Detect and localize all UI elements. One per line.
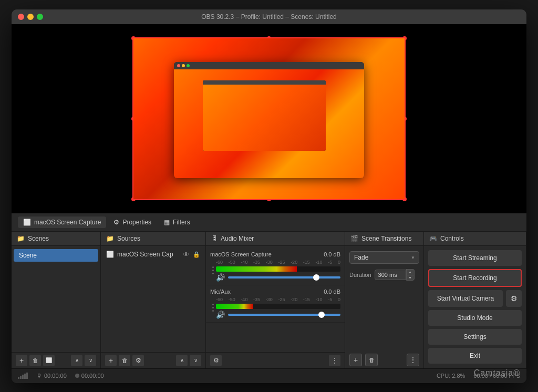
mixer-icon: 🎛: [211, 235, 218, 242]
channel1-meter-scale: -60-50-40-35-30-25-20-15-10-50: [216, 260, 340, 265]
mixer-dots-button[interactable]: ⋮: [329, 355, 340, 366]
sources-gear-button[interactable]: ⚙: [132, 355, 144, 366]
sources-down-button[interactable]: ∨: [190, 355, 201, 366]
filter-icon: ▦: [164, 219, 170, 226]
mixer-header: 🎛 Audio Mixer: [206, 232, 345, 246]
sources-up-button[interactable]: ∧: [176, 355, 188, 366]
scenes-up-button[interactable]: ∧: [71, 355, 82, 366]
scenes-add-button[interactable]: +: [16, 355, 27, 366]
signal-bar-5: [26, 373, 28, 379]
mixer-channel-screen-header: macOS Screen Capture 0.0 dB: [210, 251, 340, 257]
controls-header: 🎮 Controls: [424, 232, 526, 246]
transition-remove-button[interactable]: 🗑: [365, 354, 378, 366]
tab-filters[interactable]: ▦ Filters: [159, 216, 195, 228]
preview-inner-window: [174, 62, 364, 178]
tab-properties[interactable]: ⚙ Properties: [108, 216, 157, 228]
mixer-channel-mic-header: Mic/Aux 0.0 dB: [210, 288, 340, 295]
duration-spin-buttons: ▲ ▼: [406, 269, 415, 281]
source-visibility-icon[interactable]: 👁: [183, 251, 190, 259]
scenes-remove-button[interactable]: 🗑: [29, 355, 41, 366]
start-streaming-button[interactable]: Start Streaming: [428, 250, 522, 266]
duration-decrement[interactable]: ▼: [406, 275, 415, 281]
tab-properties-label: Properties: [122, 219, 151, 226]
channel2-drag-handle[interactable]: [210, 297, 216, 319]
monitor-icon: ⬜: [23, 219, 31, 226]
sources-footer: + 🗑 ⚙ ∧ ∨: [101, 352, 205, 368]
source-lock-icon[interactable]: 🔒: [193, 251, 200, 258]
transition-menu-button[interactable]: ⋮: [407, 354, 419, 366]
duration-increment[interactable]: ▲: [406, 269, 415, 275]
preview-background: [133, 38, 405, 199]
duration-input[interactable]: [375, 270, 406, 280]
transition-add-button[interactable]: +: [349, 354, 362, 366]
minimize-button[interactable]: [27, 14, 34, 20]
camtasia-badge: Camtasia®: [474, 368, 520, 378]
controls-title: Controls: [440, 235, 464, 242]
channel1-volume-slider[interactable]: [228, 276, 340, 278]
scenes-filter-button[interactable]: ⬜: [43, 355, 55, 366]
tab-filters-label: Filters: [173, 219, 190, 226]
transitions-title: Scene Transitions: [361, 235, 411, 242]
source-tabs: ⬜ macOS Screen Capture ⚙ Properties ▦ Fi…: [12, 213, 526, 232]
sources-content: ⬜ macOS Screen Cap 👁 🔒: [101, 246, 205, 352]
tab-screen-capture[interactable]: ⬜ macOS Screen Capture: [18, 216, 106, 228]
maximize-button[interactable]: [37, 14, 43, 20]
cpu-label: CPU: 2.8%: [437, 373, 465, 379]
traffic-lights: [18, 14, 43, 20]
transitions-header: 🎬 Scene Transitions: [345, 232, 423, 246]
scenes-down-button[interactable]: ∨: [85, 355, 96, 366]
preview-inner-titlebar: [174, 62, 364, 69]
controls-content: Start Streaming Start Recording Start Vi…: [424, 246, 526, 368]
controls-icon: 🎮: [429, 235, 437, 242]
signal-bar-4: [24, 374, 26, 379]
transitions-icon: 🎬: [350, 235, 358, 242]
sources-add-button[interactable]: +: [105, 355, 117, 366]
tab-screen-capture-label: macOS Screen Capture: [34, 219, 101, 226]
channel1-meter-row: -60-50-40-35-30-25-20-15-10-50 🔊: [210, 260, 340, 282]
mixer-content: macOS Screen Capture 0.0 dB -: [206, 246, 345, 352]
scene-item-label: Scene: [19, 252, 37, 259]
preview-canvas[interactable]: [132, 37, 406, 200]
scene-item-default[interactable]: Scene: [14, 249, 98, 262]
virtual-camera-settings-button[interactable]: ⚙: [506, 290, 522, 307]
channel1-volume-row: 🔊: [216, 273, 340, 282]
exit-button[interactable]: Exit: [428, 348, 522, 364]
mixer-footer: ⚙ ⋮: [206, 352, 345, 368]
close-button[interactable]: [18, 14, 24, 20]
scenes-content: Scene: [12, 246, 100, 352]
panels: 📁 Scenes Scene + 🗑 ⬜ ∧ ∨: [12, 232, 526, 368]
sources-header: 📁 Sources: [101, 232, 205, 246]
scenes-footer: + 🗑 ⬜ ∧ ∨: [12, 352, 100, 368]
channel2-meter-fill: [216, 304, 253, 309]
start-recording-button[interactable]: Start Recording: [428, 269, 522, 287]
studio-mode-button[interactable]: Studio Mode: [428, 310, 522, 326]
duration-spinner: ▲ ▼: [375, 269, 415, 281]
scenes-title: Scenes: [28, 235, 49, 242]
preview-inner-nested: [203, 80, 326, 151]
start-virtual-camera-button[interactable]: Start Virtual Camera: [428, 290, 503, 307]
channel2-meter-scale: -60-50-40-35-30-25-20-15-10-50: [216, 297, 340, 302]
transition-select[interactable]: Fade Cut Swipe Slide: [349, 251, 419, 264]
transitions-content: Fade Cut Swipe Slide Duration ▲ ▼: [345, 246, 423, 352]
sources-remove-button[interactable]: 🗑: [119, 355, 130, 366]
channel1-meter-fill: [216, 266, 297, 272]
panel-controls: 🎮 Controls Start Streaming Start Recordi…: [424, 232, 526, 368]
statusbar: 🎙 00:00:00 00:00:00 CPU: 2.8% 60.00 / 60…: [12, 368, 526, 383]
source-item-screen[interactable]: ⬜ macOS Screen Cap 👁 🔒: [101, 248, 205, 261]
streaming-duration: 00:00:00: [81, 373, 104, 379]
signal-bars: [18, 373, 28, 379]
channel2-volume-slider[interactable]: [228, 314, 340, 316]
titlebar: OBS 30.2.3 – Profile: Untitled – Scenes:…: [12, 9, 526, 24]
channel1-mute-button[interactable]: 🔊: [216, 273, 225, 282]
preview-area: [12, 24, 526, 213]
channel2-meter-bar: [216, 304, 340, 309]
channel2-mute-button[interactable]: 🔊: [216, 311, 225, 319]
sources-title: Sources: [117, 235, 140, 242]
panel-sources: 📁 Sources ⬜ macOS Screen Cap 👁 🔒 + 🗑: [101, 232, 206, 368]
mixer-gear-button[interactable]: ⚙: [210, 355, 222, 366]
gear-icon: ⚙: [113, 219, 119, 226]
settings-button[interactable]: Settings: [428, 329, 522, 345]
panel-transitions: 🎬 Scene Transitions Fade Cut Swipe Slide…: [345, 232, 424, 368]
mic-status-icon: 🎙: [36, 373, 42, 379]
channel1-drag-handle[interactable]: [210, 260, 216, 282]
